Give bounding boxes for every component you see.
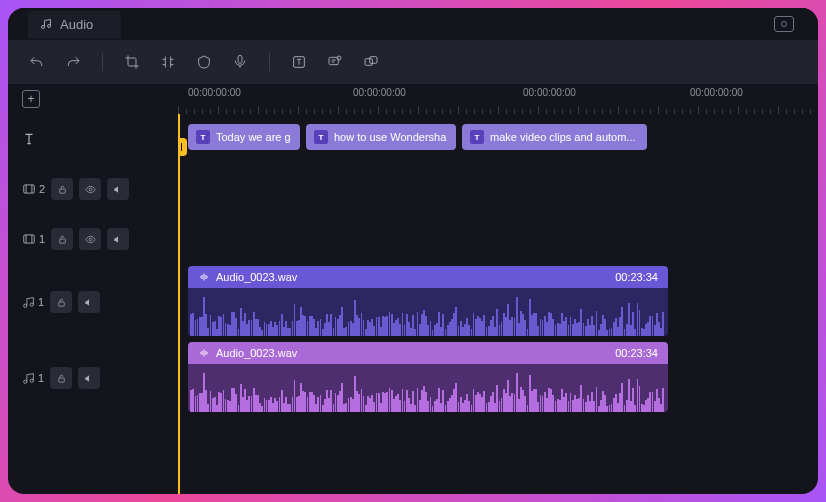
track-lock-button[interactable]	[50, 367, 72, 389]
svg-rect-7	[370, 57, 377, 64]
text-track-icon	[22, 132, 36, 146]
track-visibility-button[interactable]	[79, 178, 101, 200]
svg-point-10	[89, 188, 92, 191]
audio-track-row: Audio_0023.wav 00:23:34	[178, 266, 818, 336]
subtitle-button[interactable]	[356, 47, 386, 77]
track-header-video-2: 2	[8, 164, 178, 214]
svg-point-18	[30, 379, 33, 382]
toolbar-divider	[102, 53, 103, 71]
waveform-icon	[198, 347, 210, 359]
caption-button[interactable]	[320, 47, 350, 77]
audio-clip-name: Audio_0023.wav	[216, 347, 297, 359]
audio-clip-name: Audio_0023.wav	[216, 271, 297, 283]
waveform-icon	[198, 271, 210, 283]
track-header-audio-1: 1	[8, 264, 178, 340]
audio-clip[interactable]: Audio_0023.wav 00:23:34	[188, 342, 668, 412]
timeline-ruler[interactable]: 00:00:00:00 00:00:00:00 00:00:00:00 00:0…	[178, 84, 818, 114]
track-number: 2	[39, 183, 45, 195]
timeline-area: + 00:00:00:00 00:00:00:00 00:00:00:00 00…	[8, 84, 818, 494]
audio-track-row: Audio_0023.wav 00:23:34	[178, 342, 818, 412]
track-lock-button[interactable]	[50, 291, 72, 313]
track-number: 1	[39, 233, 45, 245]
ruler-timecode: 00:00:00:00	[523, 87, 576, 98]
text-clip-label: Today we are g	[216, 131, 291, 143]
video-track-icon	[22, 182, 36, 196]
marker-button[interactable]	[189, 47, 219, 77]
audio-clip-duration: 00:23:34	[615, 347, 658, 359]
undo-button[interactable]	[22, 47, 52, 77]
crop-button[interactable]	[117, 47, 147, 77]
redo-button[interactable]	[58, 47, 88, 77]
track-header-audio-2: 1	[8, 340, 178, 416]
toolbar-divider	[269, 53, 270, 71]
svg-rect-19	[58, 378, 64, 382]
track-mute-button[interactable]	[107, 228, 129, 250]
svg-rect-16	[58, 302, 64, 306]
track-headers: 2 1 1 1	[8, 114, 178, 494]
svg-point-1	[48, 25, 51, 28]
track-number: 1	[38, 296, 44, 308]
track-mute-button[interactable]	[107, 178, 129, 200]
toolbar	[8, 40, 818, 84]
track-mute-button[interactable]	[78, 291, 100, 313]
audio-clip[interactable]: Audio_0023.wav 00:23:34	[188, 266, 668, 336]
editor-window: Audio + 00:00:00:00 00	[8, 8, 818, 494]
audio-tab[interactable]: Audio	[28, 11, 121, 38]
svg-rect-2	[238, 55, 242, 63]
text-clip[interactable]: T how to use Wondersha	[306, 124, 456, 150]
text-clip[interactable]: T Today we are g	[188, 124, 300, 150]
audio-clip-duration: 00:23:34	[615, 271, 658, 283]
ruler-timecode: 00:00:00:00	[353, 87, 406, 98]
track-mute-button[interactable]	[78, 367, 100, 389]
music-icon	[40, 18, 52, 30]
svg-point-13	[89, 238, 92, 241]
svg-point-14	[24, 304, 27, 307]
tab-label: Audio	[60, 17, 93, 32]
audio-waveform	[188, 288, 668, 336]
track-content[interactable]: T Today we are g T how to use Wondersha …	[178, 114, 818, 494]
svg-point-0	[42, 26, 45, 29]
svg-rect-6	[365, 59, 372, 66]
text-clip-label: make video clips and autom...	[490, 131, 636, 143]
text-clip-icon: T	[470, 130, 484, 144]
svg-point-15	[30, 303, 33, 306]
text-clip-label: how to use Wondersha	[334, 131, 446, 143]
voiceover-button[interactable]	[225, 47, 255, 77]
ruler-timecode: 00:00:00:00	[188, 87, 241, 98]
track-number: 1	[38, 372, 44, 384]
svg-rect-9	[59, 189, 65, 193]
svg-rect-8	[24, 185, 35, 193]
audio-waveform	[188, 364, 668, 412]
ruler-timecode: 00:00:00:00	[690, 87, 743, 98]
audio-track-icon	[22, 372, 35, 385]
tracks-body: 2 1 1 1	[8, 114, 818, 494]
ruler-row: + 00:00:00:00 00:00:00:00 00:00:00:00 00…	[8, 84, 818, 114]
title-button[interactable]	[284, 47, 314, 77]
track-lock-button[interactable]	[51, 178, 73, 200]
track-header-video-1: 1	[8, 214, 178, 264]
track-lock-button[interactable]	[51, 228, 73, 250]
text-clip-icon: T	[314, 130, 328, 144]
track-header-text	[8, 114, 178, 164]
text-clip[interactable]: T make video clips and autom...	[462, 124, 647, 150]
text-track-row: T Today we are g T how to use Wondersha …	[178, 124, 818, 154]
svg-rect-12	[59, 239, 65, 243]
svg-rect-11	[24, 235, 35, 243]
audio-track-icon	[22, 296, 35, 309]
svg-point-17	[24, 380, 27, 383]
video-track-icon	[22, 232, 36, 246]
track-visibility-button[interactable]	[79, 228, 101, 250]
tab-bar: Audio	[8, 8, 818, 40]
split-button[interactable]	[153, 47, 183, 77]
add-track-button[interactable]: +	[22, 90, 40, 108]
camera-icon[interactable]	[774, 16, 794, 32]
text-clip-icon: T	[196, 130, 210, 144]
